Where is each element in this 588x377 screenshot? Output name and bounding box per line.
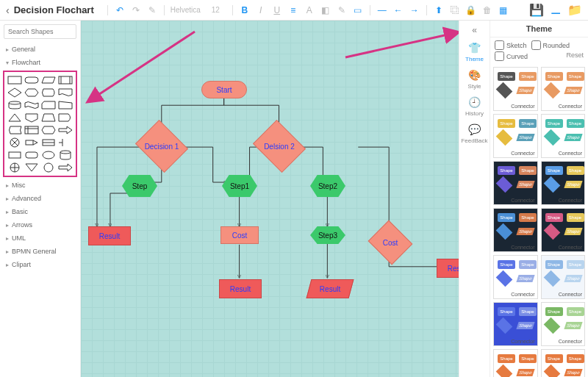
shape-hexagon[interactable] <box>24 87 39 98</box>
theme-card[interactable]: ShapeShapeShapeConnector <box>541 302 586 346</box>
theme-card[interactable]: ShapeShapeShapeConnector <box>493 255 538 299</box>
node-decision2[interactable]: Delsion 2 <box>259 129 300 163</box>
node-decision1[interactable]: Decision 1 <box>141 129 182 163</box>
theme-card[interactable]: ShapeShapeShapeConnector <box>541 208 586 252</box>
theme-card[interactable]: ShapeShapeShapeConnector <box>493 349 538 377</box>
cat-basic[interactable]: Basic <box>0 205 80 218</box>
cat-misc[interactable]: Misc <box>0 179 80 192</box>
node-step3[interactable]: Step3 <box>310 226 345 244</box>
shape-terminator[interactable] <box>24 75 39 85</box>
node-cost2[interactable]: Cost <box>373 228 407 257</box>
shape-tri[interactable] <box>7 112 22 123</box>
underline-icon[interactable]: U <box>271 4 283 16</box>
cat-flowchart[interactable]: Flowchart <box>0 56 80 69</box>
collapse-icon[interactable]: « <box>472 25 477 35</box>
theme-card[interactable]: ShapeShapeShapeConnector <box>493 208 538 252</box>
share-icon[interactable]: ⚊ <box>548 3 563 18</box>
shape-delay[interactable] <box>58 112 73 123</box>
node-cost1[interactable]: Cost <box>220 226 259 244</box>
node-step2[interactable]: Step2 <box>310 175 345 197</box>
shape-oarrow[interactable] <box>58 162 73 173</box>
shape-or[interactable] <box>7 162 22 173</box>
theme-card[interactable]: ShapeShapeShapeConnector <box>541 67 586 111</box>
search-input[interactable] <box>4 24 76 39</box>
opt-rounded[interactable]: Rounded <box>531 40 570 50</box>
italic-icon[interactable]: I <box>255 4 267 16</box>
arrow-end-icon[interactable]: → <box>409 4 420 16</box>
folder-icon[interactable]: 📁 <box>567 3 582 18</box>
theme-card[interactable]: ShapeShapeShapeConnector <box>541 161 586 205</box>
shape-collate[interactable] <box>41 137 56 148</box>
shape-round2[interactable] <box>24 150 39 160</box>
shape-predef[interactable] <box>58 75 73 85</box>
theme-card[interactable]: ShapeShapeShapeConnector <box>493 302 538 346</box>
cat-arrows[interactable]: Arrows <box>0 218 80 231</box>
redo-icon[interactable]: ↷ <box>130 4 142 16</box>
bold-icon[interactable]: B <box>239 4 251 16</box>
shape-cyl[interactable] <box>58 150 73 160</box>
rail-history[interactable]: 🕘History <box>465 96 484 117</box>
save-icon[interactable]: 💾 <box>529 3 544 18</box>
shape-card[interactable] <box>41 100 56 110</box>
shape-io[interactable] <box>41 75 56 85</box>
font-size-select[interactable]: 12 <box>212 6 226 14</box>
shape-stored[interactable] <box>7 125 22 135</box>
node-result-c[interactable]: Result <box>306 279 354 298</box>
shape-note[interactable] <box>58 137 73 148</box>
line-color-icon[interactable]: ▭ <box>352 4 364 16</box>
theme-card[interactable]: ShapeShapeShapeConnector <box>493 161 538 205</box>
node-result-d[interactable]: Result <box>437 259 459 278</box>
node-result-a[interactable]: Result <box>88 226 131 245</box>
shape-tape[interactable] <box>24 100 39 110</box>
cat-clipart[interactable]: Clipart <box>0 258 80 271</box>
arrow-start-icon[interactable]: ← <box>392 4 404 16</box>
node-start[interactable]: Start <box>201 81 247 98</box>
shape-loop[interactable] <box>41 125 56 135</box>
cat-uml[interactable]: UML <box>0 231 80 245</box>
shape-trap[interactable] <box>41 112 56 123</box>
font-color-icon[interactable]: A <box>304 4 315 16</box>
fill-icon[interactable]: ◧ <box>320 4 331 16</box>
opt-curved[interactable]: Curved <box>495 51 528 61</box>
cat-advanced[interactable]: Advanced <box>0 192 80 205</box>
cat-general[interactable]: General <box>0 43 80 56</box>
canvas[interactable]: Start Decision 1 Delsion 2 Step Step1 St… <box>81 21 459 377</box>
delete-icon[interactable]: 🗑 <box>481 4 493 16</box>
theme-card[interactable]: ShapeShapeShapeConnector <box>541 349 586 377</box>
theme-card[interactable]: ShapeShapeShapeConnector <box>493 67 538 111</box>
shape-ellipse[interactable] <box>41 150 56 160</box>
shape-sort[interactable] <box>24 137 39 148</box>
theme-card[interactable]: ShapeShapeShapeConnector <box>493 114 538 158</box>
edit-icon[interactable]: ✎ <box>336 4 348 16</box>
theme-card[interactable]: ShapeShapeShapeConnector <box>541 114 586 158</box>
shape-offpage[interactable] <box>24 112 39 123</box>
opt-sketch[interactable]: Sketch <box>495 40 527 50</box>
grid-icon[interactable]: ▦ <box>498 4 509 16</box>
cat-bpmn[interactable]: BPMN General <box>0 245 80 258</box>
front-icon[interactable]: ⬆ <box>433 4 445 16</box>
shape-doc[interactable] <box>58 87 73 98</box>
rail-theme[interactable]: 👕Theme <box>465 41 484 62</box>
shape-sum[interactable] <box>7 137 22 148</box>
back-icon[interactable]: ‹ <box>6 4 10 16</box>
align-icon[interactable]: ≡ <box>287 4 299 16</box>
shape-manual[interactable] <box>58 100 73 110</box>
node-result-b[interactable]: Result <box>219 279 262 298</box>
shape-merge[interactable] <box>24 162 39 173</box>
shape-rect2[interactable] <box>7 150 22 160</box>
brush-icon[interactable]: ✎ <box>146 4 158 16</box>
theme-card[interactable]: ShapeShapeShapeConnector <box>541 255 586 299</box>
rail-style[interactable]: 🎨Style <box>468 68 481 90</box>
shape-process[interactable] <box>7 75 22 85</box>
rail-feedback[interactable]: 💬FeedBack <box>461 123 487 144</box>
node-step[interactable]: Step <box>122 175 157 197</box>
node-step1[interactable]: Step1 <box>222 175 257 197</box>
line-style-icon[interactable]: — <box>376 4 388 16</box>
lock-icon[interactable]: 🔒 <box>465 4 477 16</box>
shape-extract[interactable] <box>41 162 56 173</box>
shape-decision[interactable] <box>7 87 22 98</box>
copy-icon[interactable]: ⿻ <box>449 4 461 16</box>
undo-icon[interactable]: ↶ <box>114 4 126 16</box>
font-family-select[interactable]: Helvetica <box>171 6 207 14</box>
shape-arrow[interactable] <box>58 125 73 135</box>
